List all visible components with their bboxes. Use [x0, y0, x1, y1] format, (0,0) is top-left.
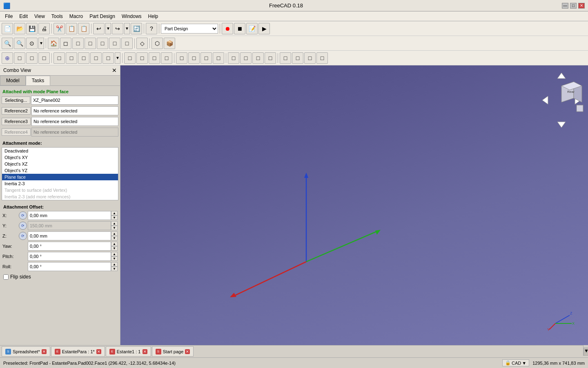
- wizards-button[interactable]: □: [316, 52, 328, 64]
- scroll-down[interactable]: ▼: [584, 348, 588, 356]
- part-button[interactable]: 📦: [164, 38, 175, 49]
- bottom-tab-1[interactable]: EEstantePara : 1*✕: [51, 346, 105, 357]
- combo-view-close[interactable]: ✕: [112, 67, 117, 74]
- fillet-button[interactable]: □: [124, 52, 136, 64]
- selecting-button[interactable]: Selecting...: [2, 96, 30, 104]
- mode-item[interactable]: Object's YZ: [2, 167, 118, 174]
- new-button[interactable]: 📄: [2, 23, 13, 34]
- mode-item[interactable]: Object's XZ: [2, 161, 118, 167]
- menu-item-tools[interactable]: Tools: [48, 13, 66, 20]
- reference2-button[interactable]: Reference2: [2, 107, 31, 114]
- subshape-button[interactable]: □: [292, 52, 303, 64]
- y-down[interactable]: ▼: [111, 226, 118, 230]
- mode-item[interactable]: Inertia 2-3: [2, 180, 118, 187]
- groove-button[interactable]: □: [90, 52, 102, 64]
- 3d-viewport[interactable]: Rear Z X Y: [120, 65, 588, 345]
- cut-button[interactable]: ✂️: [53, 23, 65, 34]
- polar-pattern[interactable]: □: [200, 52, 212, 64]
- tab-close-0[interactable]: ✕: [42, 349, 47, 354]
- roll-down[interactable]: ▼: [111, 267, 118, 271]
- z-icon[interactable]: ⟳: [19, 232, 27, 240]
- save-button[interactable]: 💾: [26, 23, 38, 34]
- redo-button[interactable]: ↪: [112, 23, 123, 34]
- macro-edit[interactable]: 📝: [246, 23, 258, 34]
- pad-button[interactable]: □: [53, 52, 65, 64]
- open-button[interactable]: 📂: [14, 23, 25, 34]
- cad-arrow[interactable]: ▼: [522, 361, 526, 366]
- reference3-button[interactable]: Reference3: [2, 118, 31, 125]
- boolean-button[interactable]: □: [280, 52, 291, 64]
- x-icon[interactable]: ⟳: [19, 211, 27, 220]
- plane-button[interactable]: □: [252, 52, 264, 64]
- pocket-button[interactable]: □: [66, 52, 77, 64]
- draw-style-arrow[interactable]: ▼: [38, 38, 44, 49]
- x-input[interactable]: [28, 211, 111, 220]
- line-button[interactable]: □: [240, 52, 252, 64]
- clone-button[interactable]: □: [265, 52, 276, 64]
- maximize-button[interactable]: □: [570, 3, 577, 9]
- undo-arrow[interactable]: ▼: [105, 23, 111, 34]
- bounding-box[interactable]: ◇: [136, 38, 148, 49]
- close-button[interactable]: ✕: [578, 3, 585, 9]
- additive-pipe[interactable]: □: [102, 52, 114, 64]
- mode-item[interactable]: Object's XY: [2, 154, 118, 161]
- yaw-up[interactable]: ▲: [111, 242, 118, 246]
- z-down[interactable]: ▼: [111, 236, 118, 240]
- draft-button[interactable]: □: [149, 52, 160, 64]
- menu-item-macro[interactable]: Macro: [66, 13, 86, 20]
- y-input[interactable]: [28, 221, 111, 230]
- menu-item-windows[interactable]: Windows: [118, 13, 145, 20]
- thickness-button[interactable]: □: [161, 52, 172, 64]
- fit-selection-button[interactable]: 🔍: [14, 38, 25, 49]
- roll-input[interactable]: [28, 262, 111, 271]
- pitch-input[interactable]: [28, 252, 111, 261]
- macro-record[interactable]: ⏺: [222, 23, 233, 34]
- x-up[interactable]: ▲: [111, 211, 118, 215]
- bottom-tab-0[interactable]: SSpreadsheet*✕: [2, 346, 50, 357]
- view-cube[interactable]: Rear: [539, 70, 584, 131]
- linear-pattern[interactable]: □: [188, 52, 200, 64]
- flip-sides-checkbox[interactable]: [3, 274, 9, 280]
- chamfer-button[interactable]: □: [136, 52, 148, 64]
- print-button[interactable]: 🖨: [38, 23, 50, 34]
- pitch-down[interactable]: ▼: [111, 256, 118, 261]
- tab-close-3[interactable]: ✕: [185, 349, 190, 354]
- point-button[interactable]: □: [228, 52, 239, 64]
- tab-close-2[interactable]: ✕: [143, 349, 147, 354]
- sketch-button[interactable]: ⊕: [2, 52, 13, 64]
- left-view[interactable]: □: [109, 38, 120, 49]
- menu-item-edit[interactable]: Edit: [16, 13, 31, 20]
- x-down[interactable]: ▼: [111, 215, 118, 220]
- minimize-button[interactable]: —: [562, 3, 568, 9]
- y-icon[interactable]: ⟳: [19, 222, 27, 230]
- roll-up[interactable]: ▲: [111, 262, 118, 267]
- multitransform[interactable]: □: [213, 52, 224, 64]
- menu-item-help[interactable]: Help: [145, 13, 162, 20]
- menu-item-file[interactable]: File: [2, 13, 16, 20]
- view-sketch[interactable]: □: [38, 52, 50, 64]
- tab-model[interactable]: Model: [0, 76, 26, 85]
- macro-stop[interactable]: ⏹: [234, 23, 245, 34]
- tab-close-1[interactable]: ✕: [96, 349, 101, 354]
- mode-item[interactable]: Deactivated: [2, 148, 118, 154]
- paste-button[interactable]: 📋: [78, 23, 89, 34]
- yaw-down[interactable]: ▼: [111, 246, 118, 251]
- migrate-button[interactable]: □: [304, 52, 316, 64]
- selecting-input[interactable]: [31, 96, 118, 105]
- pitch-up[interactable]: ▲: [111, 252, 118, 256]
- macro-run[interactable]: ▶: [258, 23, 270, 34]
- workbench-selector[interactable]: Part Design: [161, 24, 218, 34]
- additive-pipe-arrow[interactable]: ▼: [115, 52, 120, 64]
- top-view[interactable]: □: [72, 38, 84, 49]
- reference3-input[interactable]: [31, 117, 118, 126]
- menu-item-part design[interactable]: Part Design: [86, 13, 118, 20]
- yaw-input[interactable]: [28, 242, 111, 251]
- mode-item[interactable]: Plane face: [2, 174, 118, 180]
- draw-style-button[interactable]: ⊙: [26, 38, 38, 49]
- fit-all-button[interactable]: 🔍: [2, 38, 13, 49]
- bottom-tab-2[interactable]: EEstante1 : 1✕: [106, 346, 151, 357]
- revolution-button[interactable]: □: [78, 52, 89, 64]
- help-button[interactable]: ?: [146, 23, 157, 34]
- z-up[interactable]: ▲: [111, 231, 118, 236]
- y-up[interactable]: ▲: [111, 221, 118, 226]
